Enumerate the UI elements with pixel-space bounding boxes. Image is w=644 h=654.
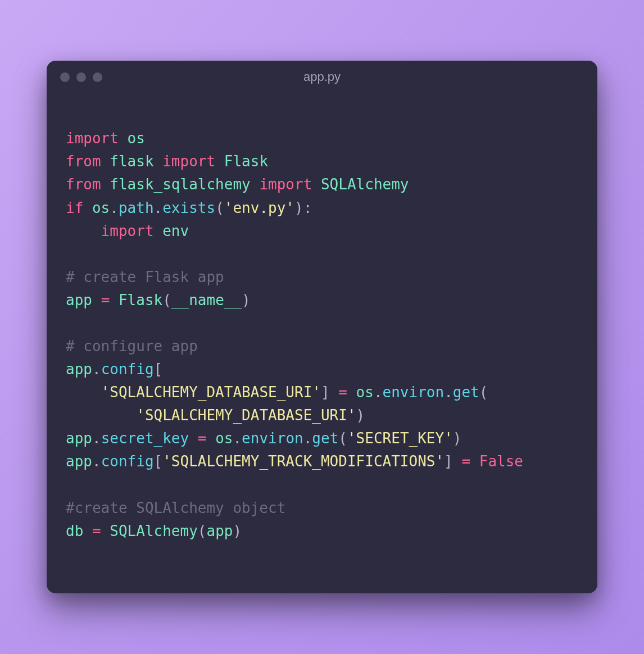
- code-token: from: [66, 176, 101, 193]
- code-token: # create Flask app: [66, 269, 224, 285]
- code-token: SQLAlchemy: [110, 523, 198, 539]
- code-window: app.py import osfrom flask import Flaskf…: [47, 61, 597, 593]
- code-token: # configure app: [66, 338, 198, 355]
- code-token: secret_key: [101, 430, 189, 447]
- code-token: [154, 153, 163, 170]
- code-token: =: [198, 430, 207, 447]
- traffic-lights: [60, 72, 102, 82]
- code-token: .: [374, 384, 383, 401]
- code-token: [101, 523, 110, 539]
- code-line: import env: [66, 220, 578, 243]
- code-token: app: [66, 453, 92, 470]
- code-token: 'SECRET_KEY': [347, 430, 453, 447]
- code-token: app: [66, 361, 92, 378]
- code-token: os: [356, 384, 374, 401]
- code-token: 'SQLALCHEMY_DATABASE_URI': [101, 384, 321, 401]
- code-token: (: [479, 384, 488, 401]
- code-token: ]: [321, 384, 338, 401]
- code-line: # configure app: [66, 335, 578, 358]
- code-line: from flask_sqlalchemy import SQLAlchemy: [66, 173, 578, 196]
- code-token: [312, 176, 321, 193]
- code-editor[interactable]: import osfrom flask import Flaskfrom fla…: [47, 93, 597, 593]
- code-token: [: [154, 361, 163, 378]
- code-line: db = SQLAlchemy(app): [66, 520, 578, 543]
- maximize-icon[interactable]: [93, 72, 102, 82]
- code-token: ): [242, 292, 251, 308]
- code-line: #create SQLAlchemy object: [66, 497, 578, 520]
- code-token: os: [215, 430, 233, 447]
- code-token: [83, 199, 92, 216]
- code-line: [66, 312, 578, 335]
- code-token: ): [453, 430, 462, 447]
- code-token: [110, 292, 119, 308]
- code-token: 'env.py': [224, 199, 294, 216]
- code-line: app.config[: [66, 358, 578, 381]
- code-token: #create SQLAlchemy object: [66, 499, 285, 516]
- code-token: =: [461, 453, 470, 470]
- code-token: if: [66, 199, 83, 216]
- code-token: config: [101, 453, 154, 470]
- code-token: import: [259, 176, 312, 193]
- code-token: environ: [383, 384, 445, 401]
- code-token: SQLAlchemy: [321, 176, 409, 193]
- code-token: (: [162, 292, 171, 308]
- code-token: [92, 292, 101, 308]
- window-titlebar: app.py: [47, 61, 597, 93]
- code-token: (: [198, 523, 207, 539]
- code-token: 'SQLALCHEMY_TRACK_MODIFICATIONS': [162, 453, 444, 470]
- code-token: [66, 222, 101, 239]
- code-token: [83, 523, 92, 539]
- code-token: path: [119, 199, 154, 216]
- code-token: .: [444, 384, 453, 401]
- code-token: [66, 407, 136, 424]
- code-token: environ: [242, 430, 303, 447]
- code-line: app.secret_key = os.environ.get('SECRET_…: [66, 427, 578, 450]
- code-line: from flask import Flask: [66, 150, 578, 173]
- code-token: False: [479, 453, 523, 470]
- code-token: env: [162, 222, 189, 239]
- code-line: 'SQLALCHEMY_DATABASE_URI'] = os.environ.…: [66, 381, 578, 404]
- code-token: import: [162, 153, 215, 170]
- code-token: get: [453, 384, 479, 401]
- code-token: [189, 430, 198, 447]
- minimize-icon[interactable]: [76, 72, 86, 82]
- code-token: get: [312, 430, 338, 447]
- code-token: flask: [110, 153, 153, 170]
- code-token: import: [66, 130, 119, 147]
- code-token: [347, 384, 356, 401]
- code-token: [101, 176, 110, 193]
- code-token: ): [233, 523, 242, 539]
- code-token: from: [66, 153, 101, 170]
- code-token: (: [338, 430, 347, 447]
- code-token: .: [92, 361, 101, 378]
- window-title: app.py: [303, 70, 341, 84]
- code-token: =: [338, 384, 347, 401]
- code-token: .: [233, 430, 242, 447]
- code-token: .: [92, 453, 101, 470]
- code-token: db: [66, 523, 83, 539]
- code-token: [101, 153, 110, 170]
- code-line: [66, 473, 578, 496]
- code-token: app: [206, 523, 233, 539]
- code-token: .: [154, 199, 163, 216]
- code-token: ]: [444, 453, 461, 470]
- code-token: exists: [162, 199, 215, 216]
- code-token: flask_sqlalchemy: [110, 176, 250, 193]
- code-line: app.config['SQLALCHEMY_TRACK_MODIFICATIO…: [66, 450, 578, 473]
- code-line: import os: [66, 127, 578, 150]
- code-token: .: [303, 430, 312, 447]
- code-token: config: [101, 361, 154, 378]
- code-token: (: [215, 199, 224, 216]
- code-line: # create Flask app: [66, 266, 578, 289]
- code-token: import: [101, 222, 154, 239]
- code-token: app: [66, 292, 92, 308]
- code-token: =: [92, 523, 101, 539]
- code-line: if os.path.exists('env.py'):: [66, 197, 578, 220]
- code-token: os: [92, 199, 110, 216]
- code-token: [66, 384, 101, 401]
- close-icon[interactable]: [60, 72, 70, 82]
- code-token: .: [110, 199, 119, 216]
- code-token: os: [128, 130, 145, 147]
- code-token: [: [154, 453, 163, 470]
- code-token: [215, 153, 224, 170]
